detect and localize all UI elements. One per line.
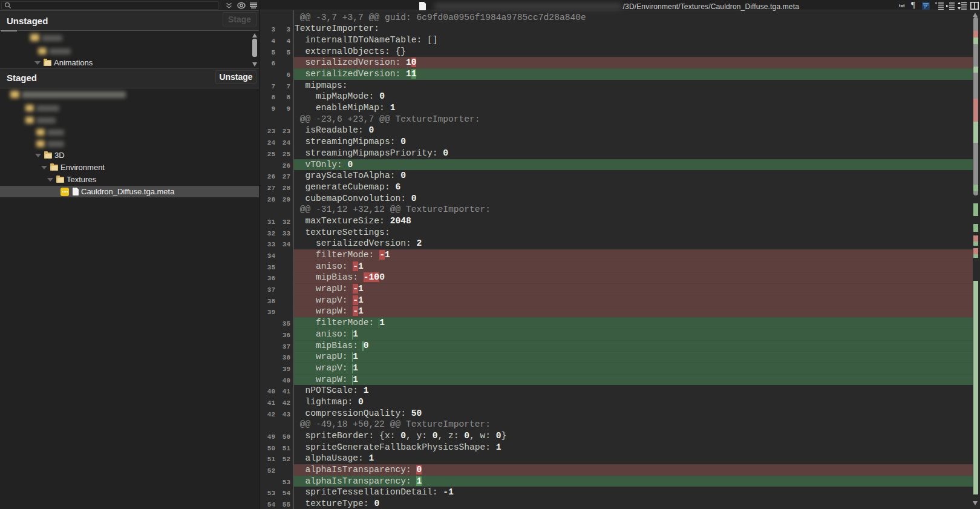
svg-text:P: P [924, 4, 927, 10]
